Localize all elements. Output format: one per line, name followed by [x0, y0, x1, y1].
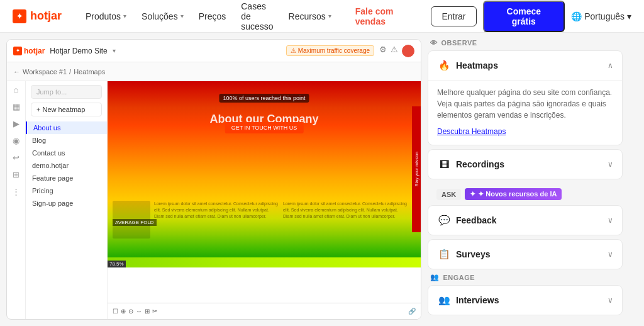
sidebar-item-contact-us[interactable]: Contact us	[26, 147, 107, 159]
nav-produtos[interactable]: Produtos ▾	[79, 8, 133, 25]
nav-precos[interactable]: Preços	[192, 8, 233, 25]
toolbar-icon-3[interactable]: ⊙	[128, 308, 133, 315]
sidebar-item-signup-page[interactable]: Sign-up page	[26, 197, 107, 210]
settings-icon[interactable]: ⚙	[379, 45, 387, 57]
shell-logo-icon: ✦	[13, 47, 22, 55]
shell-search-input[interactable]: Jump to...	[31, 85, 102, 99]
feedback-title: 💬 Feedback	[437, 213, 497, 227]
right-panel: 👁 OBSERVE 🔥 Heatmaps ∧ Melhore qualquer …	[428, 33, 629, 326]
nav-cases[interactable]: Cases de sucesso	[235, 0, 279, 35]
logo-text: hotjar	[30, 9, 62, 23]
chevron-down-icon: ∨	[608, 160, 613, 169]
engage-section: 👥 ENGAGE 👥 Interviews ∨	[428, 273, 623, 315]
heatmap-text-right: Lorem ipsum dolor sit amet consectetur. …	[283, 201, 408, 239]
engage-icon: 👥	[430, 273, 440, 281]
heatmaps-card: 🔥 Heatmaps ∧ Melhore qualquer página do …	[428, 50, 623, 145]
feedback-card: 💬 Feedback ∨	[428, 205, 623, 235]
chevron-down-icon: ∨	[608, 250, 613, 259]
fale-com-vendas-button[interactable]: Fale com vendas	[355, 6, 425, 26]
app-shell: ✦ hotjar Hotjar Demo Site ▾ ⚠ Maximum tr…	[6, 39, 421, 320]
recordings-card: 🎞 Recordings ∨	[428, 149, 623, 179]
home-icon[interactable]: ⌂	[14, 85, 19, 94]
sidebar-item-demo-hotjar[interactable]: demo.hotjar	[26, 159, 107, 172]
shell-icon-sidebar: ⌂ ▦ ▶ ◉ ↩ ⊞ ⋮	[7, 81, 26, 319]
alert-icon[interactable]: ⚠	[391, 45, 398, 57]
feedback-card-header[interactable]: 💬 Feedback ∨	[428, 206, 622, 235]
globe-icon: 🌐	[571, 11, 582, 21]
back-icon[interactable]: ←	[13, 68, 20, 76]
interviews-title: 👥 Interviews	[437, 293, 499, 307]
sidebar-item-about-us[interactable]: About us	[26, 121, 107, 134]
heatmap-visualization: 100% of users reached this point About o…	[108, 81, 421, 257]
heatmap-main: 100% of users reached this point About o…	[108, 81, 421, 319]
logo-icon: ✦	[13, 9, 26, 23]
ai-features-badge[interactable]: ✦ ✦ Novos recursos de IA	[465, 188, 562, 200]
shell-topbar: ✦ hotjar Hotjar Demo Site ▾ ⚠ Maximum tr…	[7, 40, 421, 62]
heatmaps-card-header[interactable]: 🔥 Heatmaps ∧	[428, 51, 622, 80]
toolbar-icon-5[interactable]: ⊞	[145, 308, 150, 315]
grid-icon[interactable]: ⋮	[12, 187, 20, 196]
shell-sidebar: Jump to... + New heatmap About us Blog C…	[26, 81, 108, 319]
sidebar-item-feature-page[interactable]: Feature page	[26, 172, 107, 184]
comece-gratis-button[interactable]: Comece grátis	[483, 1, 565, 32]
chat-icon: 💬	[437, 213, 451, 227]
heatmaps-title: 🔥 Heatmaps	[437, 59, 498, 72]
heatmap-cta-button: GET IN TOUCH WITH US	[225, 122, 304, 133]
heatmap-toolbar: ☐ ⊕ ⊙ ↔ ⊞ ✂ 🔗	[108, 303, 421, 319]
clipboard-icon: 📋	[437, 247, 451, 261]
new-heatmap-button[interactable]: + New heatmap	[31, 103, 102, 116]
heatmap-percent-badge: 100% of users reached this point	[219, 94, 309, 103]
chevron-down-icon: ∨	[608, 296, 613, 305]
shell-site-name[interactable]: Hotjar Demo Site	[50, 47, 107, 55]
avatar[interactable]	[402, 45, 414, 57]
toolbar-icon-6[interactable]: ✂	[152, 308, 157, 315]
ask-badge: ASK	[436, 189, 461, 200]
interviews-card: 👥 Interviews ∨	[428, 285, 623, 315]
nav-recursos[interactable]: Recursos ▾	[282, 8, 338, 25]
surveys-card-header[interactable]: 📋 Surveys ∨	[428, 240, 622, 269]
alert-icon: ⚠	[291, 47, 296, 54]
toolbar-icon-4[interactable]: ↔	[136, 308, 142, 315]
ask-row: ASK ✦ ✦ Novos recursos de IA	[428, 183, 623, 205]
flame-icon: 🔥	[437, 59, 451, 72]
heatmaps-card-body: Melhore qualquer página do seu site com …	[428, 80, 622, 145]
shell-content: ⌂ ▦ ▶ ◉ ↩ ⊞ ⋮ Jump to... + New heatmap A…	[7, 81, 421, 319]
shell-toolbar-icons: ⚙ ⚠	[379, 45, 414, 57]
toolbar-icon-2[interactable]: ⊕	[121, 308, 126, 315]
heatmap-bottom-bar: 78.5%	[108, 257, 421, 267]
heatmap-zoom-badge: 78.5%	[108, 261, 126, 267]
interviews-card-header[interactable]: 👥 Interviews ∨	[428, 286, 622, 315]
heatmap-icon[interactable]: ▦	[13, 102, 20, 111]
window-icon[interactable]: ⊞	[13, 170, 19, 179]
logo[interactable]: ✦ hotjar	[13, 9, 62, 23]
sidebar-item-blog[interactable]: Blog	[26, 134, 107, 147]
nav-items: Produtos ▾ Soluções ▾ Preços Cases de su…	[79, 0, 338, 35]
chevron-down-icon: ∨	[608, 216, 613, 225]
breadcrumb-workspace[interactable]: Workspace #1	[23, 68, 67, 76]
top-nav: ✦ hotjar Produtos ▾ Soluções ▾ Preços Ca…	[0, 0, 644, 33]
heatmap-side-panel: Stay your mission	[412, 106, 421, 232]
nav-solucoes[interactable]: Soluções ▾	[135, 8, 190, 25]
surveys-title: 📋 Surveys	[437, 247, 490, 261]
heatmap-content-area: Lorem ipsum dolor sit amet consectetur. …	[113, 201, 408, 239]
chevron-up-icon: ∧	[608, 61, 613, 70]
location-icon[interactable]: ◉	[13, 136, 19, 145]
link-icon[interactable]: 🔗	[408, 308, 416, 315]
language-selector[interactable]: 🌐 Português ▾	[571, 11, 631, 21]
recordings-card-header[interactable]: 🎞 Recordings ∨	[428, 150, 622, 179]
logout-icon[interactable]: ↩	[13, 153, 19, 162]
breadcrumb: ← Workspace #1 / Heatmaps	[7, 62, 421, 81]
entrar-button[interactable]: Entrar	[431, 6, 476, 26]
heatmap-side-text: Stay your mission	[414, 152, 419, 186]
observe-section-label: 👁 OBSERVE	[428, 39, 623, 47]
heatmap-text-left: Lorem ipsum dolor sit amet consectetur. …	[154, 201, 279, 239]
sidebar-item-pricing[interactable]: Pricing	[26, 184, 107, 197]
shell-site-dropdown[interactable]: ▾	[113, 47, 116, 54]
sparkle-icon: ✦	[470, 190, 475, 198]
toolbar-icon-1[interactable]: ☐	[113, 308, 118, 315]
chevron-down-icon: ▾	[180, 13, 184, 20]
recording-icon[interactable]: ▶	[13, 119, 19, 128]
heatmaps-link[interactable]: Descubra Heatmaps	[437, 127, 506, 136]
film-icon: 🎞	[437, 157, 451, 171]
eye-icon: 👁	[430, 39, 438, 47]
